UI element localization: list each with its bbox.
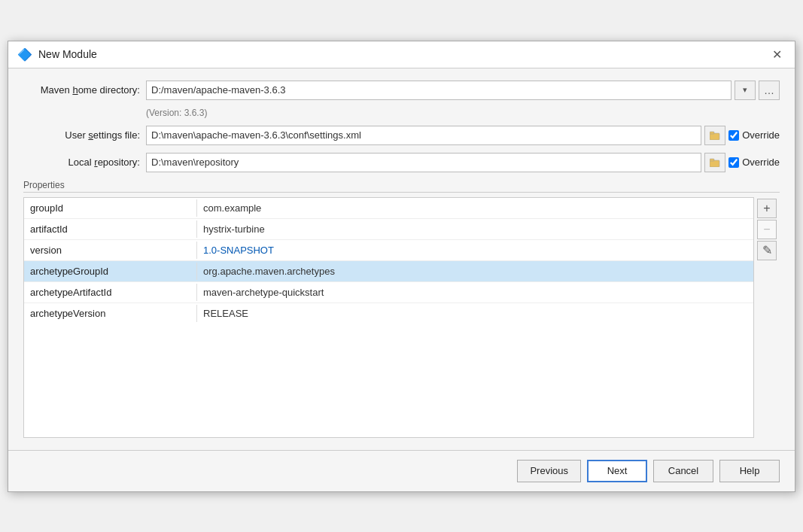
local-repo-input-group: Override [146,153,780,172]
prop-key: archetypeArtifactId [24,284,197,301]
user-settings-override-label[interactable]: Override [728,129,780,141]
dialog-icon: 🔷 [17,47,32,62]
add-property-btn[interactable]: + [757,199,777,218]
prop-value: RELEASE [197,305,753,322]
maven-home-label: Maven home directory: [23,84,140,96]
user-settings-row: User settings file: Override [23,126,780,145]
local-repo-browse-btn[interactable] [704,153,725,172]
dialog-body: Maven home directory: ▾ … (Version: 3.6.… [8,68,795,450]
svg-rect-3 [710,159,714,161]
user-settings-browse-btn[interactable] [704,126,725,145]
prop-value: org.apache.maven.archetypes [197,263,753,280]
properties-section: Properties groupIdcom.exampleartifactIdh… [23,180,780,438]
prop-key: groupId [24,199,197,217]
local-repo-input[interactable] [146,153,701,172]
next-button[interactable]: Next [587,460,647,482]
local-repo-override-text: Override [742,157,780,168]
edit-property-btn[interactable]: ✎ [757,241,777,260]
prop-value: hystrix-turbine [197,220,753,238]
new-module-dialog: 🔷 New Module ✕ Maven home directory: ▾ …… [8,41,795,492]
remove-property-btn[interactable]: − [757,220,777,239]
prop-value: maven-archetype-quickstart [197,284,753,301]
maven-home-input-group: ▾ … [146,81,780,100]
table-row[interactable]: archetypeGroupIdorg.apache.maven.archety… [24,261,753,282]
maven-home-row: Maven home directory: ▾ … [23,81,780,100]
local-repo-override-checkbox[interactable] [728,157,739,168]
prop-key: artifactId [24,220,197,238]
properties-table: groupIdcom.exampleartifactIdhystrix-turb… [23,197,754,438]
prop-key: version [24,242,197,259]
maven-home-input[interactable] [146,81,732,100]
title-bar: 🔷 New Module ✕ [8,41,795,68]
local-repo-override-label[interactable]: Override [728,157,780,168]
local-repo-row: Local repository: Override [23,153,780,172]
svg-rect-2 [710,160,719,167]
table-row[interactable]: artifactIdhystrix-turbine [24,219,753,240]
maven-version-note: (Version: 3.6.3) [146,108,780,118]
title-bar-left: 🔷 New Module [17,47,97,62]
cancel-button[interactable]: Cancel [653,460,713,482]
properties-side-buttons: + − ✎ [754,197,780,438]
prop-value: 1.0-SNAPSHOT [197,242,753,259]
user-settings-input[interactable] [146,126,701,145]
svg-rect-0 [710,133,719,140]
prop-key: archetypeGroupId [24,263,197,280]
local-repo-label: Local repository: [23,157,140,168]
table-row[interactable]: version1.0-SNAPSHOT [24,240,753,261]
maven-home-dropdown-btn[interactable]: ▾ [735,81,756,100]
maven-home-browse-btn[interactable]: … [759,81,780,100]
properties-title: Properties [23,180,780,193]
table-row[interactable]: archetypeArtifactIdmaven-archetype-quick… [24,282,753,303]
user-settings-label: User settings file: [23,129,140,141]
user-settings-override-checkbox[interactable] [728,130,739,141]
close-button[interactable]: ✕ [768,45,786,63]
svg-rect-1 [710,132,714,134]
user-settings-input-group: Override [146,126,780,145]
user-settings-override-text: Override [742,129,780,141]
dialog-footer: Previous Next Cancel Help [8,450,795,491]
help-button[interactable]: Help [719,460,780,482]
dialog-title: New Module [38,48,97,60]
table-row[interactable]: archetypeVersionRELEASE [24,303,753,324]
table-row[interactable]: groupIdcom.example [24,198,753,219]
previous-button[interactable]: Previous [517,460,581,482]
prop-value: com.example [197,199,753,217]
prop-key: archetypeVersion [24,305,197,322]
properties-container: groupIdcom.exampleartifactIdhystrix-turb… [23,197,780,438]
